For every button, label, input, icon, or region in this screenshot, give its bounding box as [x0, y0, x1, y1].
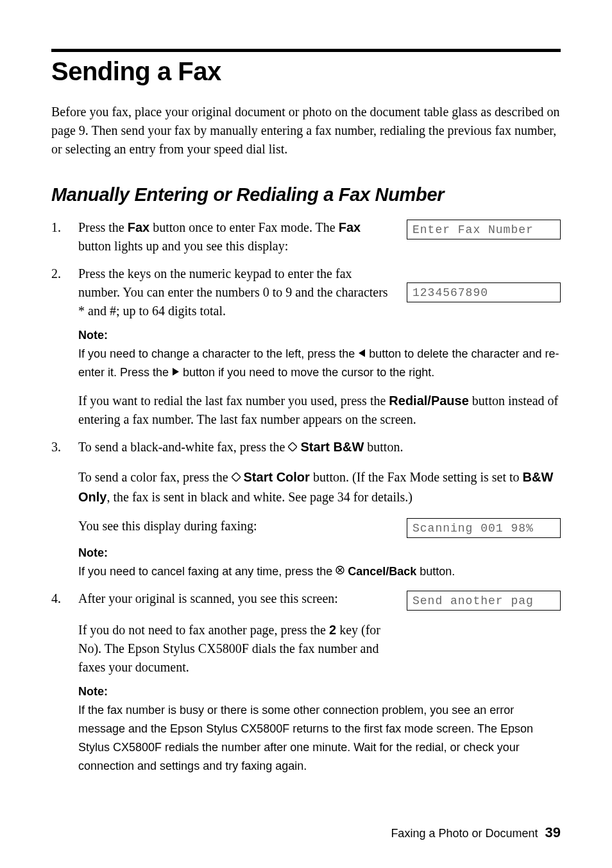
heading-2: Manually Entering or Redialing a Fax Num…: [51, 184, 561, 205]
page-number: 39: [545, 824, 561, 840]
step-2-note: Note: If you need to change a character …: [78, 327, 561, 381]
fax-button-label-2: Fax: [339, 220, 361, 234]
step-3: To send a black-and-white fax, press the…: [51, 438, 561, 580]
cancel-back-label: Cancel/Back: [348, 565, 416, 578]
step-3-note: Note: If you need to cancel faxing at an…: [78, 544, 561, 580]
lcd-display-2: 1234567890: [407, 282, 561, 302]
step-4-p2-a: If you do not need to fax another page, …: [78, 623, 329, 637]
step-1: Press the Fax button once to enter Fax m…: [51, 218, 561, 256]
step-1-text-b: button once to enter Fax mode. The: [149, 220, 339, 234]
step-3-p3: You see this display during faxing:: [78, 517, 394, 535]
step-3-p2-c: , the fax is sent in black and white. Se…: [106, 490, 412, 504]
note-2-text-c: button if you need to move the cursor to…: [180, 366, 434, 379]
page-footer: Faxing a Photo or Document 39: [391, 824, 561, 841]
note-3-text-b: button.: [416, 565, 455, 578]
step-3-text-b: button.: [364, 440, 403, 454]
fax-button-label: Fax: [128, 220, 149, 234]
note-label-3: Note:: [78, 544, 561, 561]
step-1-text-a: Press the: [78, 220, 128, 234]
step-4-note: Note: If the fax number is busy or there…: [78, 683, 561, 775]
step-4: After your original is scanned, you see …: [51, 589, 561, 775]
page: Sending a Fax Before you fax, place your…: [0, 0, 612, 868]
step-2-text: Press the keys on the numeric keypad to …: [78, 265, 394, 320]
heading-1: Sending a Fax: [51, 57, 561, 86]
steps-list: Press the Fax button once to enter Fax m…: [51, 218, 561, 775]
start-bw-label: Start B&W: [300, 440, 364, 454]
right-arrow-icon: [173, 368, 179, 376]
note-label: Note:: [78, 327, 561, 343]
note-label-4: Note:: [78, 683, 561, 700]
lcd-display-1: Enter Fax Number: [407, 220, 561, 239]
step-3-text-a: To send a black-and-white fax, press the: [78, 440, 288, 454]
svg-marker-0: [288, 442, 297, 451]
key-2-label: 2: [329, 623, 336, 637]
intro-paragraph: Before you fax, place your original docu…: [51, 103, 561, 159]
step-3-p2-b: button. (If the Fax Mode setting is set …: [310, 470, 523, 484]
step-2-redial: If you want to redial the last fax numbe…: [78, 392, 561, 429]
note-2-text-a: If you need to change a character to the…: [78, 347, 358, 360]
note-3-text-a: If you need to cancel faxing at any time…: [78, 565, 336, 578]
redial-text-a: If you want to redial the last fax numbe…: [78, 394, 389, 408]
heading-rule: [51, 49, 561, 52]
step-3-p2-a: To send a color fax, press the: [78, 470, 232, 484]
svg-marker-1: [232, 473, 241, 482]
diamond-icon: [288, 438, 297, 456]
diamond-icon-2: [232, 468, 241, 487]
start-color-label: Start Color: [244, 470, 310, 484]
step-4-p1: After your original is scanned, you see …: [78, 589, 394, 608]
lcd-display-3: Scanning 001 98%: [407, 518, 561, 538]
left-arrow-icon: [359, 349, 365, 357]
step-2: Press the keys on the numeric keypad to …: [51, 265, 561, 429]
footer-title: Faxing a Photo or Document: [391, 827, 538, 840]
lcd-display-4: Send another pag: [407, 591, 561, 611]
note-4-text: If the fax number is busy or there is so…: [78, 704, 533, 772]
step-1-text-c: button lights up and you see this displa…: [78, 239, 288, 253]
redial-pause-label: Redial/Pause: [389, 394, 469, 408]
cancel-icon: [336, 563, 344, 579]
